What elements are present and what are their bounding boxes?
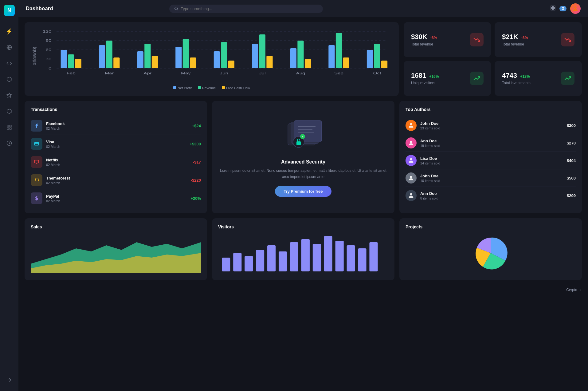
svg-text:Aug: Aug bbox=[296, 72, 305, 75]
svg-rect-35 bbox=[152, 56, 158, 68]
main-content: Dashboard 3 bbox=[18, 0, 588, 391]
author-avatar-3 bbox=[406, 155, 417, 166]
author-info-3: Lisa Doe 14 items sold bbox=[420, 156, 563, 165]
transaction-date-netflix: 02 March bbox=[46, 163, 189, 167]
author-item-4: John Doe 10 items sold $500 bbox=[406, 169, 576, 187]
svg-rect-49 bbox=[336, 33, 342, 68]
search-input[interactable] bbox=[181, 6, 318, 11]
bar-chart-svg: 120 90 60 30 0 $ (thousand $) bbox=[31, 28, 393, 84]
search-icon bbox=[174, 6, 178, 11]
svg-text:$ (thousand $): $ (thousand $) bbox=[32, 47, 37, 65]
svg-rect-43 bbox=[259, 34, 265, 68]
svg-rect-91 bbox=[301, 239, 310, 271]
svg-rect-48 bbox=[328, 45, 335, 68]
svg-rect-65 bbox=[34, 160, 38, 163]
svg-rect-28 bbox=[68, 54, 74, 68]
grid-view-icon[interactable] bbox=[550, 5, 556, 12]
sidebar-item-globe[interactable] bbox=[3, 41, 15, 53]
author-items-2: 19 items sold bbox=[420, 144, 563, 148]
svg-rect-89 bbox=[279, 251, 287, 271]
transaction-name-netflix: Netflix bbox=[46, 158, 189, 162]
author-info-1: John Doe 23 items sold bbox=[420, 121, 563, 130]
author-amount-1: $300 bbox=[567, 123, 576, 128]
transaction-amount-netflix: -$17 bbox=[193, 160, 201, 164]
sidebar-bottom-arrow[interactable] bbox=[3, 374, 15, 386]
svg-point-82 bbox=[410, 176, 412, 178]
author-amount-4: $500 bbox=[567, 176, 576, 180]
transaction-info-netflix: Netflix 02 March bbox=[46, 158, 189, 167]
sidebar-item-package[interactable] bbox=[3, 73, 15, 85]
svg-text:Sep: Sep bbox=[334, 72, 343, 75]
sidebar-item-hexagon[interactable] bbox=[3, 105, 15, 117]
svg-rect-39 bbox=[214, 51, 220, 68]
user-avatar[interactable] bbox=[570, 3, 581, 14]
sidebar-logo[interactable]: N bbox=[4, 5, 15, 16]
authors-title: Top Authors bbox=[406, 107, 576, 112]
stat-label-2: Total revenue bbox=[502, 42, 528, 46]
transaction-name-paypal: PayPal bbox=[46, 194, 187, 199]
transaction-date-themeforest: 02 March bbox=[46, 181, 187, 185]
sales-chart-svg bbox=[31, 233, 201, 273]
stat-total-revenue-2: $21K -8% Total revenue bbox=[495, 22, 582, 57]
transaction-themeforest: Themeforest 02 March -$220 bbox=[31, 171, 201, 189]
search-bar[interactable] bbox=[169, 5, 323, 13]
security-description: Lorem ipsum dolor sit amet. Nunc cursus … bbox=[218, 168, 388, 180]
transaction-icon-themeforest bbox=[31, 174, 42, 186]
security-illustration: + bbox=[279, 117, 328, 154]
svg-rect-5 bbox=[10, 128, 11, 129]
sidebar-item-activity[interactable]: ⚡ bbox=[3, 25, 15, 38]
legend-net-profit: Net Profit bbox=[173, 86, 192, 90]
transaction-amount-themeforest: -$220 bbox=[191, 178, 201, 183]
stat-total-investments: 4743 +12% Total investments bbox=[495, 61, 582, 96]
author-avatar-5 bbox=[406, 190, 417, 201]
notification-badge[interactable]: 3 bbox=[559, 6, 566, 11]
sidebar-item-grid[interactable] bbox=[3, 121, 15, 133]
transaction-icon-visa bbox=[31, 138, 42, 150]
svg-rect-76 bbox=[296, 141, 301, 145]
author-item-2: Ann Doe 19 items sold $270 bbox=[406, 134, 576, 152]
security-title: Advanced Security bbox=[281, 159, 325, 165]
stat-total-revenue-1: $30K -8% Total revenue bbox=[404, 22, 491, 57]
svg-rect-37 bbox=[183, 39, 189, 68]
svg-rect-45 bbox=[290, 48, 296, 68]
svg-text:0: 0 bbox=[49, 67, 52, 70]
author-items-5: 8 items sold bbox=[420, 196, 563, 200]
svg-rect-33 bbox=[137, 51, 143, 68]
svg-text:Jul: Jul bbox=[259, 72, 266, 75]
transaction-amount-visa: +$300 bbox=[190, 142, 201, 146]
bottom-row: Sales Visitors bbox=[25, 218, 582, 280]
svg-rect-12 bbox=[554, 6, 555, 7]
stat-change-3: +16% bbox=[429, 74, 439, 79]
sidebar-item-clock[interactable] bbox=[3, 137, 15, 149]
svg-point-81 bbox=[410, 158, 412, 160]
svg-rect-11 bbox=[551, 6, 553, 7]
svg-rect-32 bbox=[113, 57, 120, 68]
author-info-4: John Doe 10 items sold bbox=[420, 174, 563, 183]
svg-rect-84 bbox=[222, 258, 230, 271]
author-item-3: Lisa Doe 14 items sold $404 bbox=[406, 152, 576, 169]
svg-rect-40 bbox=[221, 42, 227, 68]
transaction-info-paypal: PayPal 02 March bbox=[46, 194, 187, 203]
premium-button[interactable]: Try Premium for free bbox=[275, 186, 331, 197]
svg-point-83 bbox=[410, 193, 412, 196]
stat-icon-2 bbox=[561, 33, 574, 46]
author-amount-2: $270 bbox=[567, 141, 576, 145]
author-amount-5: $299 bbox=[567, 193, 576, 198]
svg-rect-34 bbox=[144, 44, 151, 68]
sales-card: Sales bbox=[25, 218, 207, 280]
svg-rect-88 bbox=[267, 245, 276, 271]
visitors-chart-svg bbox=[218, 233, 388, 273]
author-items-3: 14 items sold bbox=[420, 161, 563, 165]
sidebar-item-code[interactable] bbox=[3, 57, 15, 69]
topnav: Dashboard 3 bbox=[18, 0, 588, 17]
svg-point-15 bbox=[574, 6, 576, 9]
legend-revenue: Revenue bbox=[198, 86, 216, 90]
sidebar-item-star[interactable] bbox=[3, 89, 15, 101]
author-avatar-1 bbox=[406, 120, 417, 131]
svg-text:60: 60 bbox=[46, 48, 52, 52]
author-name-3: Lisa Doe bbox=[420, 156, 563, 161]
svg-rect-44 bbox=[266, 56, 272, 68]
author-items-4: 10 items sold bbox=[420, 179, 563, 183]
svg-rect-85 bbox=[233, 253, 241, 271]
author-avatar-2 bbox=[406, 137, 417, 148]
